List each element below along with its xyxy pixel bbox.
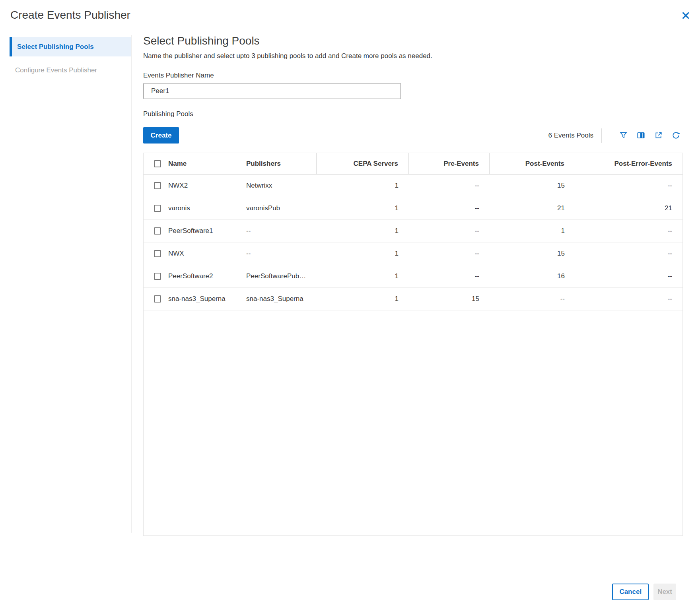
header-pre-events: Pre-Events [409,153,490,174]
cell-publishers: -- [238,220,317,242]
cell-name: sna-nas3_Superna [144,288,238,310]
filter-button[interactable] [618,131,628,140]
pool-name: NWX2 [168,182,188,190]
table-row: NWX2Netwrixx1--15-- [144,175,682,197]
publisher-name-label: Events Publisher Name [143,72,683,80]
publishing-pools-table: Name Publishers CEPA Servers Pre-Events … [143,153,683,536]
cell-publishers: varonisPub [238,197,317,219]
cell-publishers: PeerSoftwarePub… [238,265,317,287]
section-heading: Select Publishing Pools [143,34,683,48]
cell-cepa-servers: 1 [317,242,409,265]
export-icon [654,131,663,140]
cell-pre-events: -- [409,175,490,197]
cell-name: NWX2 [144,175,238,197]
next-button[interactable]: Next [653,584,676,600]
columns-icon [636,131,646,140]
cancel-button[interactable]: Cancel [612,584,649,600]
cell-post-error-events: -- [575,242,682,265]
table-row: sna-nas3_Supernasna-nas3_Superna115---- [144,288,682,310]
table-row: NWX--1--15-- [144,242,682,265]
header-name: Name [144,153,238,174]
cell-cepa-servers: 1 [317,288,409,310]
cell-pre-events: -- [409,220,490,242]
step-configure-events-publisher[interactable]: Configure Events Publisher [10,60,132,80]
header-post-events: Post-Events [490,153,575,174]
sidebar-divider [131,35,132,533]
page-title: Create Events Publisher [10,9,130,21]
cell-pre-events: 15 [409,288,490,310]
dialog-footer: Cancel Next [612,584,676,600]
table-row: PeerSoftware1--1--1-- [144,220,682,242]
pool-name: sna-nas3_Superna [168,295,226,303]
cell-post-error-events: -- [575,265,682,287]
step-label: Select Publishing Pools [17,43,94,51]
filter-icon [619,131,628,140]
pool-name: varonis [168,204,190,212]
row-checkbox[interactable] [154,182,161,189]
toolbar-divider [601,128,602,143]
cell-pre-events: -- [409,242,490,265]
wizard-steps: Select Publishing Pools Configure Events… [0,37,131,80]
cell-cepa-servers: 1 [317,220,409,242]
header-cepa-servers: CEPA Servers [317,153,409,174]
header-label: Name [168,160,187,168]
create-pool-button[interactable]: Create [143,127,179,144]
cell-post-events: -- [490,288,575,310]
cell-post-events: 1 [490,220,575,242]
header-publishers: Publishers [238,153,317,174]
cell-post-error-events: -- [575,288,682,310]
table-body: NWX2Netwrixx1--15--varonisvaronisPub1--2… [144,175,682,310]
cell-publishers: Netwrixx [238,175,317,197]
row-checkbox[interactable] [154,205,161,212]
step-select-publishing-pools[interactable]: Select Publishing Pools [10,37,132,56]
cell-name: PeerSoftware2 [144,265,238,287]
pools-count-label: 6 Events Pools [548,132,593,140]
close-button[interactable] [680,10,691,21]
table-row: PeerSoftware2PeerSoftwarePub…1--16-- [144,265,682,288]
row-checkbox[interactable] [154,227,161,235]
cell-name: PeerSoftware1 [144,220,238,242]
columns-button[interactable] [636,131,646,140]
pool-name: PeerSoftware1 [168,227,213,235]
row-checkbox[interactable] [154,295,161,303]
refresh-icon [671,131,681,140]
cell-post-error-events: -- [575,220,682,242]
cell-name: NWX [144,242,238,265]
refresh-button[interactable] [671,131,681,140]
cell-pre-events: -- [409,197,490,219]
table-actions-row: Create 6 Events Pools [143,127,683,144]
cell-cepa-servers: 1 [317,265,409,287]
cell-pre-events: -- [409,265,490,287]
cell-post-events: 21 [490,197,575,219]
pool-name: NWX [168,250,184,258]
select-all-checkbox[interactable] [154,160,161,167]
publishing-pools-label: Publishing Pools [143,110,683,118]
table-header: Name Publishers CEPA Servers Pre-Events … [144,153,682,175]
cell-cepa-servers: 1 [317,197,409,219]
cell-name: varonis [144,197,238,219]
row-checkbox[interactable] [154,273,161,280]
export-button[interactable] [653,131,663,140]
main-panel: Select Publishing Pools Name the publish… [143,34,683,536]
pool-name: PeerSoftware2 [168,272,213,280]
row-checkbox[interactable] [154,250,161,257]
cell-publishers: -- [238,242,317,265]
table-toolbar: 6 Events Pools [548,128,681,143]
cell-cepa-servers: 1 [317,175,409,197]
cell-publishers: sna-nas3_Superna [238,288,317,310]
cell-post-error-events: -- [575,175,682,197]
close-icon [681,10,691,21]
table-row: varonisvaronisPub1--2121 [144,197,682,220]
publisher-name-input[interactable] [143,83,401,99]
cell-post-error-events: 21 [575,197,682,219]
cell-post-events: 15 [490,175,575,197]
cell-post-events: 16 [490,265,575,287]
header-post-error-events: Post-Error-Events [575,153,682,174]
section-description: Name the publisher and select upto 3 pub… [143,52,683,60]
cell-post-events: 15 [490,242,575,265]
step-label: Configure Events Publisher [15,66,97,74]
